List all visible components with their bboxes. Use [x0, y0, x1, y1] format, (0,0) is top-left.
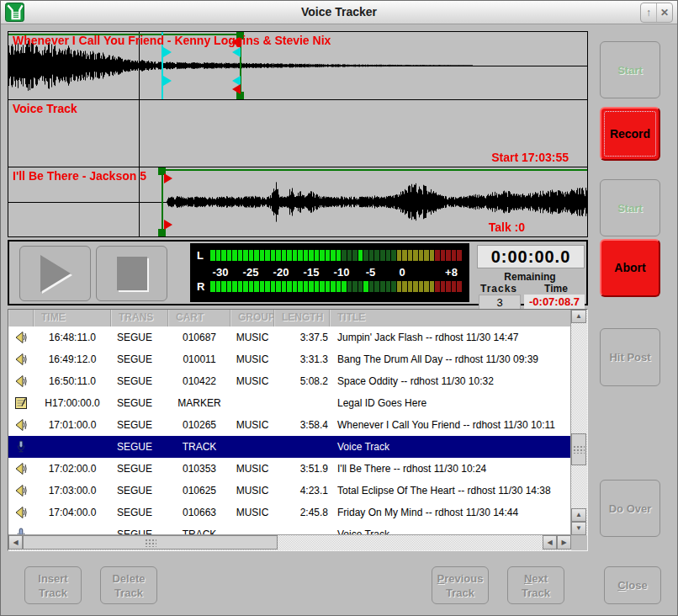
scroll-right-icon: ▶	[561, 539, 566, 546]
meter-segment	[232, 250, 237, 261]
start-marker-line[interactable]	[162, 167, 163, 236]
meter-segment	[210, 250, 215, 261]
row-group: MUSIC	[230, 353, 274, 365]
record-button[interactable]: Record	[600, 107, 660, 161]
end-marker-icon[interactable]	[232, 84, 241, 94]
fadeout-handle-icon[interactable]	[163, 76, 172, 86]
row-time: H17:00:00.0	[34, 397, 111, 409]
meter-segment	[336, 250, 342, 261]
meter-segment	[221, 250, 226, 261]
log-row[interactable]: 17:02:00.0SEGUE010353MUSIC3:51.9I'll Be …	[8, 458, 571, 480]
fadeout-handle-icon[interactable]	[232, 47, 241, 57]
start-marker-icon[interactable]	[164, 220, 172, 230]
fadeout-handle-icon[interactable]	[163, 47, 172, 57]
stop-button[interactable]	[96, 246, 167, 301]
row-time: 16:50:11.0	[34, 375, 111, 387]
meter-segment	[260, 281, 265, 292]
log-list: TIMETRANSCARTGROUPLENGTHTITLE 16:48:11.0…	[8, 309, 588, 551]
waveform-panel-next-track[interactable]: I'll Be There - Jackson 5 Talk :0	[8, 167, 587, 236]
scroll-left-button[interactable]: ◀	[8, 535, 23, 550]
shade-button[interactable]: ↑	[641, 3, 656, 22]
close-button[interactable]: Close	[604, 566, 661, 604]
meter-segment	[397, 281, 402, 292]
log-column-header-icon[interactable]	[8, 310, 34, 327]
speaker-icon	[14, 506, 28, 519]
scroll-right-button[interactable]: ▶	[557, 535, 571, 550]
abort-button[interactable]: Abort	[600, 239, 660, 297]
meter-segment	[452, 281, 457, 292]
meter-segment	[386, 281, 391, 292]
play-button[interactable]	[19, 246, 91, 301]
close-window-button[interactable]: ✕	[656, 3, 672, 22]
log-column-header-title[interactable]: TITLE	[330, 310, 571, 327]
scroll-up-button-2[interactable]: ▲	[571, 508, 586, 522]
vertical-scroll-thumb[interactable]	[571, 433, 586, 465]
horizontal-scrollbar[interactable]: ◀ ◀ ▶	[8, 534, 571, 550]
scroll-up-button[interactable]: ▲	[571, 310, 586, 323]
close-icon: ✕	[660, 7, 669, 19]
scroll-up-icon: ▲	[575, 313, 582, 320]
log-row[interactable]: H17:00:00.0SEGUEMARKERLegal ID Goes Here	[8, 392, 571, 414]
hit-post-button[interactable]: Hit Post	[600, 328, 660, 386]
row-transition: SEGUE	[111, 375, 168, 387]
meter-segment	[249, 250, 254, 261]
insert-track-button[interactable]: InsertTrack	[24, 566, 82, 604]
meter-segment	[265, 281, 270, 292]
log-column-header-group[interactable]: GROUP	[230, 310, 274, 327]
row-transition: SEGUE	[111, 485, 168, 497]
row-icon-cell	[8, 374, 34, 388]
meter-segment	[293, 281, 298, 292]
meter-segment	[298, 281, 303, 292]
meter-segment	[424, 250, 429, 261]
start-track3-button[interactable]: Start	[600, 179, 660, 236]
row-length: 3:37.5	[274, 332, 330, 343]
meter-segment	[210, 281, 215, 292]
speaker-icon	[14, 484, 28, 497]
meter-segment	[243, 250, 248, 261]
start-track1-button[interactable]: Start	[600, 41, 660, 98]
scroll-down-button[interactable]: ▼	[571, 522, 586, 535]
start-marker-icon[interactable]	[164, 173, 172, 183]
delete-track-button[interactable]: DeleteTrack	[100, 566, 157, 604]
meter-segment	[374, 281, 379, 292]
title-bar: Voice Tracker ↑ ✕	[1, 1, 677, 24]
log-row[interactable]: 16:50:11.0SEGUE010422MUSIC5:08.2Space Od…	[8, 370, 571, 392]
row-cart: 010422	[168, 375, 230, 387]
scroll-left-button-2[interactable]: ◀	[543, 535, 557, 550]
vertical-scrollbar[interactable]: ▲ ▲ ▼	[570, 310, 587, 535]
horizontal-scroll-thumb[interactable]	[23, 535, 278, 550]
log-row[interactable]: 17:01:00.0SEGUE010265MUSIC3:58.4Whenever…	[8, 414, 571, 436]
track1-title: Whenever I Call You Friend - Kenny Loggi…	[13, 34, 331, 47]
speaker-icon	[14, 374, 28, 388]
meter-segment	[287, 250, 292, 261]
meter-segment	[380, 250, 385, 261]
log-column-header-trans[interactable]: TRANS	[111, 310, 168, 327]
waveform-panel-voice-track[interactable]: Voice Track Start 17:03:55	[8, 100, 587, 167]
next-track-button[interactable]: NextTrack	[507, 566, 564, 604]
remaining-time-label: Time	[529, 283, 583, 295]
log-row[interactable]: 17:04:00.0SEGUE010663MUSIC2:45.8Friday O…	[8, 502, 571, 523]
meter-segment	[282, 281, 287, 292]
log-row[interactable]: 16:48:11.0SEGUE010687MUSIC3:37.5Jumpin' …	[8, 327, 571, 348]
row-time: 17:04:00.0	[34, 507, 111, 518]
log-row[interactable]: SEGUETRACKVoice Track	[8, 436, 571, 458]
previous-track-button[interactable]: PreviousTrack	[432, 566, 489, 604]
app-logo-icon	[5, 3, 24, 22]
meter-segment	[326, 281, 331, 292]
meter-segment	[238, 250, 243, 261]
log-row[interactable]: 17:03:00.0SEGUE010625MUSIC4:23.1Total Ec…	[8, 480, 571, 502]
log-column-header-cart[interactable]: CART	[168, 310, 230, 327]
do-over-button[interactable]: Do Over	[600, 480, 660, 537]
meter-segment	[397, 250, 402, 261]
meter-segment	[430, 281, 435, 292]
start-handle-icon[interactable]	[158, 229, 166, 236]
waveform-panel-previous-track[interactable]: Whenever I Call You Friend - Kenny Loggi…	[8, 32, 587, 100]
meter-segment	[331, 281, 336, 292]
meter-segment	[293, 250, 298, 261]
meter-segment	[254, 281, 259, 292]
row-title: Total Eclipse Of The Heart -- rdhost 11/…	[330, 485, 571, 497]
meter-segment	[408, 250, 413, 261]
log-column-header-time[interactable]: TIME	[34, 310, 111, 327]
log-row[interactable]: 16:49:12.0SEGUE010011MUSIC3:31.3Bang The…	[8, 348, 571, 370]
log-column-header-length[interactable]: LENGTH	[274, 310, 330, 327]
